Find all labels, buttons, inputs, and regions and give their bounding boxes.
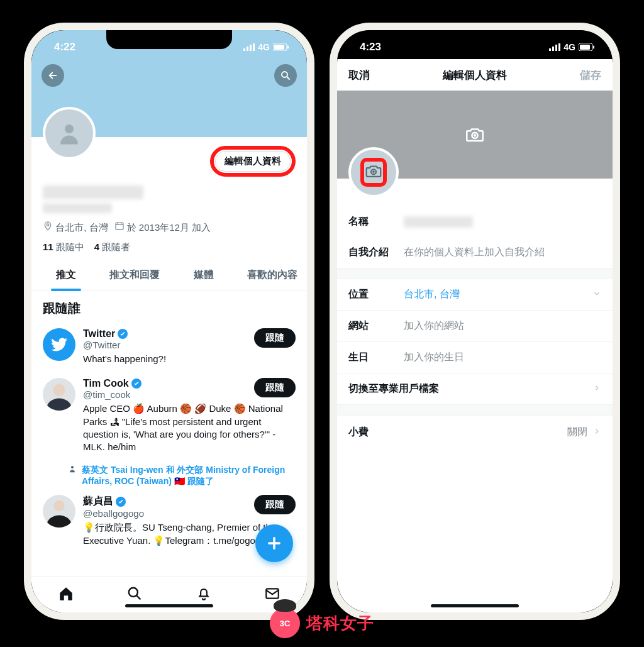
status-network: 4G [564,42,575,52]
search-button[interactable] [274,64,297,87]
chevron-right-icon [592,427,601,438]
save-button[interactable]: 儲存 [580,68,601,82]
nav-notifications[interactable] [196,585,212,604]
row-label: 自我介紹 [348,246,404,259]
camera-plus-icon [364,162,383,180]
calendar-icon [114,221,125,231]
mail-icon [264,585,280,602]
svg-rect-6 [287,46,289,49]
row-label: 名稱 [348,215,404,228]
suggestion-name: Twitter [83,328,128,340]
suggestion-row[interactable]: Twitter @Twitter 跟隨 What's happening?! [31,322,307,372]
home-indicator [431,604,519,607]
profile-avatar[interactable] [43,107,96,160]
tab-media[interactable]: 媒體 [169,260,238,290]
person-icon [43,378,75,411]
watermark-text: 塔科女子 [306,612,374,634]
profile-tabs: 推文 推文和回覆 媒體 喜歡的內容 [31,260,307,291]
chevron-down-icon [592,289,601,301]
svg-point-9 [47,224,48,226]
svg-rect-19 [552,47,554,51]
svg-rect-21 [558,43,560,51]
verified-badge-icon [116,497,126,507]
followers-stat[interactable]: 4 跟隨者 [94,241,131,253]
edit-row-location[interactable]: 位置 台北市, 台灣 [337,279,613,311]
section-separator [337,268,613,279]
phone-profile-view: 4:22 4G [24,23,314,620]
bell-icon [196,585,212,602]
edit-row-website[interactable]: 網站 加入你的網站 [337,311,613,342]
svg-rect-23 [580,45,590,50]
battery-icon [273,43,289,51]
toolbar-title: 編輯個人資料 [443,68,507,82]
following-stat[interactable]: 11 跟隨中 [43,241,84,253]
suggestion-handle: @Twitter [83,340,128,350]
edit-row-switch-pro[interactable]: 切換至專業用戶檔案 [337,373,613,404]
svg-point-14 [53,500,64,511]
name-value-blurred: x [404,216,473,228]
svg-rect-10 [116,223,123,229]
plus-icon [265,534,283,552]
svg-rect-24 [593,46,594,49]
svg-rect-5 [274,45,284,50]
follow-button[interactable]: 跟隨 [254,328,296,348]
status-right: 4G [549,42,595,52]
edit-row-birthday[interactable]: 生日 加入你的生日 [337,342,613,373]
edit-avatar-button[interactable] [348,147,399,197]
arrow-left-icon [47,70,58,81]
svg-point-13 [71,466,74,468]
svg-rect-0 [243,48,245,51]
edit-row-name[interactable]: 名稱 x [337,206,613,237]
edit-profile-button[interactable]: 編輯個人資料 [215,151,291,172]
profile-name-block: name handle [31,177,307,217]
back-button[interactable] [42,64,64,87]
nav-search[interactable] [126,585,143,604]
status-right: 4G [243,42,289,52]
person-icon [56,120,82,147]
verified-badge-icon [118,329,128,339]
location-value: 台北市, 台灣 [404,288,460,301]
battery-icon [579,43,595,51]
watermark: 3C 塔科女子 [270,608,374,638]
home-indicator [125,604,213,607]
suggestion-name: 蘇貞昌 [83,495,126,508]
profile-header-banner [31,59,307,137]
nav-home[interactable] [58,585,74,604]
status-bar: 4:22 4G [31,30,307,59]
phone-edit-profile-view: 4:23 4G 取消 編輯個人資料 儲存 [330,23,620,620]
suggestion-row[interactable]: Tim Cook @tim_cook 跟隨 Apple CEO 🍎 Auburn… [31,372,307,460]
home-icon [58,585,74,602]
tab-tweets[interactable]: 推文 [31,260,101,290]
tab-likes[interactable]: 喜歡的內容 [238,260,308,290]
follow-button[interactable]: 跟隨 [254,495,296,514]
status-time: 4:22 [54,41,75,53]
tab-replies[interactable]: 推文和回覆 [101,260,170,290]
status-bar: 4:23 4G [337,30,613,59]
highlight-box [360,158,387,187]
website-placeholder: 加入你的網站 [404,319,464,333]
svg-rect-1 [247,47,248,51]
profile-meta: 台北市, 台灣 於 2013年12月 加入 [31,217,307,234]
edit-banner-area[interactable] [337,91,613,179]
svg-point-12 [47,399,72,411]
person-icon [43,495,75,528]
switch-pro-label: 切換至專業用戶檔案 [348,382,439,395]
follow-counts: 11 跟隨中 4 跟隨者 [31,234,307,260]
edit-row-tips[interactable]: 小費 關閉 [337,416,613,449]
row-label: 小費 [348,426,369,439]
row-label: 生日 [348,351,404,364]
edit-row-bio[interactable]: 自我介紹 在你的個人資料上加入自我介紹 [337,237,613,268]
follow-button[interactable]: 跟隨 [254,378,296,397]
suggestion-bio: What's happening?! [83,350,296,365]
suggestion-handle: @eballgogogo [83,508,144,519]
cancel-button[interactable]: 取消 [348,68,370,82]
compose-tweet-button[interactable] [255,524,293,562]
signal-icon [549,43,560,51]
section-separator [337,404,613,416]
svg-rect-2 [250,45,252,51]
svg-point-11 [53,384,65,397]
location-pin-icon [43,221,53,231]
social-context: 蔡英文 Tsai Ing-wen 和 外交部 Ministry of Forei… [31,460,307,489]
row-label: 網站 [348,319,404,333]
svg-rect-20 [555,45,557,51]
